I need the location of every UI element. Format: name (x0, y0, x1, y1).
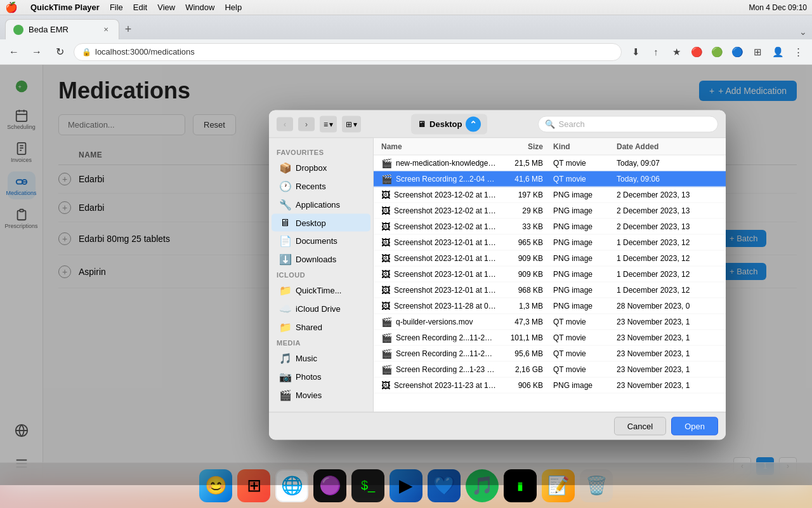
fp-col-kind-header: Kind (553, 142, 617, 151)
fp-documents-label: Documents (296, 236, 337, 246)
fp-file-date: 23 November 2023, 1 (617, 333, 718, 342)
ext1-icon[interactable]: 🔴 (688, 43, 705, 61)
fp-file-kind: PNG image (553, 222, 617, 231)
fp-location-label: Desktop (429, 119, 462, 129)
fp-forward-button[interactable]: › (298, 117, 315, 131)
fp-file-name: q-builder-versions.mov (396, 318, 496, 326)
fp-file-date: 1 December 2023, 12 (617, 286, 718, 295)
fp-file-size: 909 KB (496, 270, 553, 279)
menu-dots-icon[interactable]: ⋮ (789, 43, 807, 61)
menu-file[interactable]: File (110, 3, 123, 12)
fp-favourites-title: Favourites (269, 146, 373, 159)
fp-file-size: 21,5 MB (496, 159, 553, 168)
file-picker-footer: Cancel Open (269, 412, 726, 440)
fp-sidebar-item-photos[interactable]: 📷 Photos (272, 368, 370, 386)
ext2-icon[interactable]: 🟢 (708, 43, 726, 61)
fp-file-date: 2 December 2023, 13 (617, 190, 718, 199)
menu-help[interactable]: Help (225, 3, 242, 12)
fp-back-button[interactable]: ‹ (277, 117, 293, 131)
photos-icon: 📷 (279, 371, 291, 383)
fp-sidebar-item-dropbox[interactable]: 📦 Dropbox (272, 159, 370, 177)
fp-file-date: 23 November 2023, 1 (617, 365, 718, 374)
fp-file-row[interactable]: 🎬 Screen Recording 2...11-23 at 17.28.21… (374, 346, 726, 362)
fp-file-size: 47,3 MB (496, 318, 553, 326)
file-icon: 🖼 (381, 269, 390, 279)
fp-col-date-header: Date Added (617, 142, 718, 151)
fp-applications-label: Applications (296, 200, 340, 210)
fp-file-kind: QT movie (553, 349, 617, 358)
fp-file-name: Screenshot 2023-12-02 at 13.18.11 (394, 190, 496, 199)
quicktime-icon: 📁 (279, 284, 291, 297)
bookmark-icon[interactable]: ★ (667, 43, 685, 61)
fp-file-date: 1 December 2023, 12 (617, 270, 718, 279)
fp-sidebar-item-downloads[interactable]: ⬇️ Downloads (272, 250, 370, 269)
fp-grid-view-button[interactable]: ⊞ ▾ (342, 116, 361, 132)
reload-button[interactable]: ↻ (51, 43, 69, 61)
fp-file-size: 29 KB (496, 206, 553, 215)
fp-file-row[interactable]: 🖼 Screenshot 2023-12-01 at 12.25.19 965 … (374, 235, 726, 251)
movies-icon: 🎬 (279, 389, 291, 401)
fp-file-row[interactable]: 🎬 Screen Recording 2...11-23 at 17.38.40… (374, 330, 726, 346)
fp-file-name: new-medication-knowledge.mov (396, 159, 496, 168)
fp-file-kind: QT movie (553, 318, 617, 326)
fp-file-name: Screen Recording 2...2-04 at 09.05.23.mo… (396, 175, 496, 184)
address-input[interactable]: 🔒 localhost:3000/medications (74, 43, 622, 61)
fp-sidebar-item-desktop[interactable]: 🖥 Desktop (272, 214, 370, 232)
download-icon[interactable]: ⬇ (627, 43, 645, 61)
fp-search-input[interactable]: 🔍 Search (538, 116, 719, 132)
fp-sidebar-item-shared[interactable]: 📁 Shared (272, 318, 370, 337)
fp-sidebar-item-applications[interactable]: 🔧 Applications (272, 196, 370, 214)
fp-file-row[interactable]: 🖼 Screenshot 2023-12-01 at 12.24.26 968 … (374, 283, 726, 298)
fp-file-row[interactable]: 🖼 Screenshot 2023-11-28 at 09.02.01 1,3 … (374, 298, 726, 314)
fp-sidebar-item-documents[interactable]: 📄 Documents (272, 232, 370, 250)
documents-icon: 📄 (279, 235, 291, 247)
menu-edit[interactable]: Edit (133, 3, 147, 12)
back-button[interactable]: ← (5, 43, 23, 61)
file-icon: 🖼 (381, 380, 390, 391)
fp-sidebar-item-recents[interactable]: 🕐 Recents (272, 177, 370, 196)
fp-file-row[interactable]: 🖼 Screenshot 2023-12-02 at 13.07.21 33 K… (374, 219, 726, 235)
fp-sidebar-item-movies[interactable]: 🎬 Movies (272, 386, 370, 404)
fp-file-kind: PNG image (553, 286, 617, 295)
fp-sidebar-item-icloud-drive[interactable]: ☁️ iCloud Drive (272, 300, 370, 318)
fp-location-chevron-icon[interactable]: ⌃ (466, 116, 481, 131)
menu-window[interactable]: Window (185, 3, 214, 12)
file-icon: 🎬 (381, 317, 392, 327)
app-name[interactable]: QuickTime Player (30, 3, 100, 12)
fp-recents-label: Recents (296, 182, 326, 191)
fp-file-row[interactable]: 🖼 Screenshot 2023-12-02 at 13.09.54 29 K… (374, 203, 726, 219)
tab-close-button[interactable]: ✕ (101, 25, 111, 35)
profile-icon[interactable]: 👤 (769, 43, 787, 61)
new-tab-button[interactable]: + (119, 20, 137, 38)
fp-file-row[interactable]: 🖼 Screenshot 2023-12-02 at 13.18.11 197 … (374, 187, 726, 203)
fp-grid-chevron: ▾ (353, 119, 357, 128)
extensions-icon[interactable]: ⊞ (749, 43, 766, 61)
active-tab[interactable]: Beda EMR ✕ (5, 19, 119, 39)
fp-sidebar-item-quicktime[interactable]: 📁 QuickTime... (272, 281, 370, 300)
apple-menu[interactable]: 🍎 (5, 1, 18, 13)
fp-open-button[interactable]: Open (671, 417, 718, 436)
fp-list-view-button[interactable]: ≡ ▾ (320, 116, 337, 132)
fp-file-row[interactable]: 🎬 new-medication-knowledge.mov 21,5 MB Q… (374, 156, 726, 171)
fp-search-placeholder: Search (559, 119, 585, 129)
tab-title: Beda EMR (29, 25, 69, 34)
fp-file-date: Today, 09:06 (617, 175, 718, 184)
forward-button[interactable]: → (28, 43, 46, 61)
fp-file-row[interactable]: 🎬 q-builder-versions.mov 47,3 MB QT movi… (374, 314, 726, 330)
fp-file-row[interactable]: 🖼 Screenshot 2023-11-23 at 16.10.13 906 … (374, 378, 726, 394)
fp-file-kind: PNG image (553, 238, 617, 247)
fp-cancel-button[interactable]: Cancel (614, 417, 666, 436)
tab-expand-button[interactable]: ⌄ (799, 27, 807, 37)
ext3-icon[interactable]: 🔵 (728, 43, 746, 61)
fp-file-row[interactable]: 🎬 Screen Recording 2...1-23 at 16.52.20.… (374, 362, 726, 378)
fp-file-row[interactable]: 🎬 Screen Recording 2...2-04 at 09.05.23.… (374, 171, 726, 187)
fp-shared-label: Shared (296, 323, 322, 332)
fp-file-row[interactable]: 🖼 Screenshot 2023-12-01 at 12.25.15 909 … (374, 251, 726, 267)
fp-icloud-title: iCloud (269, 269, 373, 281)
fp-file-size: 2,16 GB (496, 365, 553, 374)
menu-view[interactable]: View (157, 3, 175, 12)
share-icon[interactable]: ↑ (647, 43, 665, 61)
fp-file-row[interactable]: 🖼 Screenshot 2023-12-01 at 12.25.10 909 … (374, 267, 726, 283)
fp-location-breadcrumb[interactable]: 🖥 Desktop ⌃ (411, 114, 487, 134)
fp-sidebar-item-music[interactable]: 🎵 Music (272, 349, 370, 368)
